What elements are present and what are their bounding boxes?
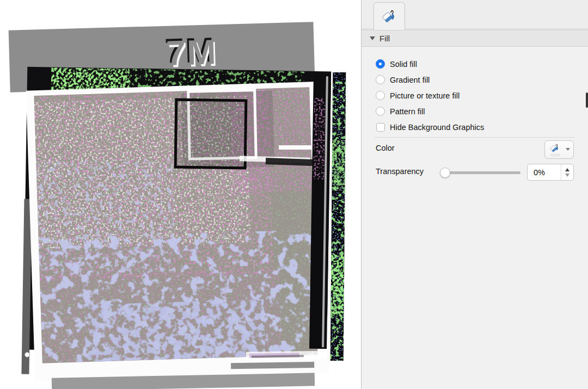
radio-label: Picture or texture fill: [390, 91, 460, 100]
fill-option-gradient[interactable]: Gradient fill: [376, 72, 579, 88]
zoom-region-black-box[interactable]: [175, 100, 246, 168]
fill-type-options: Solid fill Gradient fill Picture or text…: [376, 56, 579, 135]
radio-label: Pattern fill: [390, 107, 425, 116]
fill-option-picture[interactable]: Picture or texture fill: [376, 88, 579, 103]
radio-gradient-fill[interactable]: [376, 75, 385, 84]
tab-fill-inspector[interactable]: [373, 2, 405, 30]
channel-strip[interactable]: [330, 72, 346, 361]
transparency-value-field[interactable]: 0%: [527, 164, 574, 181]
radio-picture-fill[interactable]: [376, 91, 385, 100]
transparency-slider[interactable]: [441, 171, 520, 174]
radio-pattern-fill[interactable]: [376, 107, 385, 116]
checkbox-label: Hide Background Graphics: [390, 123, 484, 132]
hide-background-checkbox[interactable]: [376, 123, 385, 132]
scrollbar-mark[interactable]: [586, 92, 588, 108]
radio-label: Gradient fill: [390, 76, 430, 84]
chevron-down-icon: [566, 148, 570, 151]
slide-collage: 7M 7M 7M: [0, 0, 361, 389]
section-divider: [375, 137, 575, 138]
format-inspector-panel: Fill Solid fill Gradient fill Picture or…: [361, 0, 588, 389]
current-color-swatch: [551, 154, 560, 156]
hide-background-option[interactable]: Hide Background Graphics: [376, 119, 579, 135]
radio-solid-fill[interactable]: [376, 59, 385, 69]
stepper-up-icon[interactable]: [565, 168, 569, 171]
paint-bucket-icon: [381, 8, 397, 24]
image-label: 7M: [166, 32, 217, 73]
fill-section-header[interactable]: Fill: [362, 30, 588, 47]
disclosure-triangle-icon[interactable]: [370, 36, 375, 40]
transparency-stepper[interactable]: [561, 164, 573, 180]
fill-option-solid[interactable]: Solid fill: [376, 56, 579, 72]
stepper-down-icon[interactable]: [565, 174, 569, 177]
transparency-slider-thumb[interactable]: [440, 168, 450, 178]
transparency-label: Transparency: [376, 167, 424, 176]
color-label: Color: [376, 144, 395, 152]
selection-handle[interactable]: [25, 353, 30, 357]
slide-canvas[interactable]: 7M 7M 7M: [0, 0, 361, 389]
color-well-button[interactable]: [544, 140, 574, 159]
fill-option-pattern[interactable]: Pattern fill: [376, 103, 579, 119]
transparency-value: 0%: [528, 168, 561, 177]
radio-label: Solid fill: [390, 60, 417, 69]
paint-bucket-icon: [549, 143, 560, 153]
fill-section-title: Fill: [379, 34, 390, 43]
